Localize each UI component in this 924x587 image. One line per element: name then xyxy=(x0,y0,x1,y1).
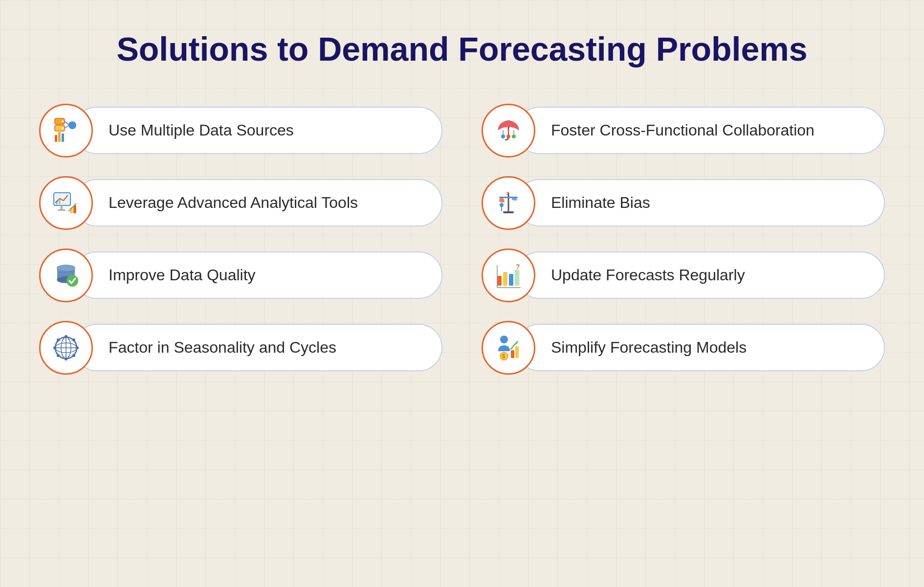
leverage-analytical-tools-label: Leverage Advanced Analytical Tools xyxy=(73,179,442,226)
svg-rect-8 xyxy=(58,132,61,142)
svg-point-56 xyxy=(72,354,75,357)
svg-rect-20 xyxy=(61,205,63,209)
list-item: ≠ Eliminate Bias xyxy=(482,176,885,230)
svg-point-58 xyxy=(57,354,60,357)
page-content: Solutions to Demand Forecasting Problems xyxy=(39,29,885,375)
svg-point-53 xyxy=(53,346,56,349)
svg-rect-19 xyxy=(59,199,61,204)
list-item: Leverage Advanced Analytical Tools xyxy=(39,176,442,230)
svg-point-34 xyxy=(57,265,75,271)
svg-text:≠: ≠ xyxy=(506,190,509,196)
factor-seasonality-label: Factor in Seasonality and Cycles xyxy=(73,324,442,371)
svg-point-14 xyxy=(506,135,510,138)
data-quality-icon xyxy=(39,248,93,302)
svg-point-29 xyxy=(500,203,504,207)
svg-point-57 xyxy=(72,339,75,341)
foster-cross-functional-label: Foster Cross-Functional Collaboration xyxy=(516,107,885,154)
svg-rect-60 xyxy=(511,350,514,358)
page-title: Solutions to Demand Forecasting Problems xyxy=(39,29,885,69)
analytics-icon xyxy=(39,176,93,230)
svg-rect-26 xyxy=(503,211,514,213)
svg-point-16 xyxy=(512,135,516,138)
svg-point-55 xyxy=(57,339,60,341)
svg-rect-18 xyxy=(56,201,58,204)
svg-text:?: ? xyxy=(516,263,520,271)
svg-rect-38 xyxy=(497,276,502,286)
eliminate-bias-label: Eliminate Bias xyxy=(516,179,885,226)
svg-point-6 xyxy=(62,127,64,129)
bias-icon: ≠ xyxy=(482,176,535,230)
svg-text:$: $ xyxy=(502,353,505,359)
list-item: Foster Cross-Functional Collaboration xyxy=(482,104,885,158)
svg-rect-9 xyxy=(62,134,64,142)
svg-point-52 xyxy=(65,358,67,361)
list-item: ? Update Forecasts Regularly xyxy=(482,248,885,302)
svg-point-12 xyxy=(501,135,505,138)
svg-rect-21 xyxy=(58,209,66,211)
list-item: Factor in Seasonality and Cycles xyxy=(39,321,442,375)
data-sources-icon xyxy=(39,104,93,158)
svg-point-5 xyxy=(62,120,64,122)
list-item: Improve Data Quality xyxy=(39,248,442,302)
update-forecasts-icon: ? xyxy=(482,248,535,302)
use-multiple-data-sources-label: Use Multiple Data Sources xyxy=(73,107,442,154)
svg-rect-39 xyxy=(503,272,507,286)
update-forecasts-label: Update Forecasts Regularly xyxy=(516,251,885,299)
svg-point-54 xyxy=(76,346,79,349)
svg-point-4 xyxy=(68,121,76,129)
collaboration-icon xyxy=(482,104,535,158)
improve-data-quality-label: Improve Data Quality xyxy=(73,251,442,299)
solutions-grid: Use Multiple Data Sources xyxy=(39,104,885,375)
svg-rect-41 xyxy=(515,270,519,286)
svg-rect-7 xyxy=(55,135,57,142)
svg-point-59 xyxy=(500,336,508,343)
simplify-icon: $ xyxy=(482,321,535,375)
svg-point-51 xyxy=(65,335,67,338)
simplify-forecasting-models-label: Simplify Forecasting Models xyxy=(516,324,885,371)
svg-point-37 xyxy=(66,275,78,287)
svg-rect-40 xyxy=(509,274,513,286)
seasonality-icon xyxy=(39,321,93,375)
list-item: $ Simplify Forecasting Models xyxy=(482,321,885,375)
svg-rect-61 xyxy=(515,346,519,358)
list-item: Use Multiple Data Sources xyxy=(39,104,442,158)
